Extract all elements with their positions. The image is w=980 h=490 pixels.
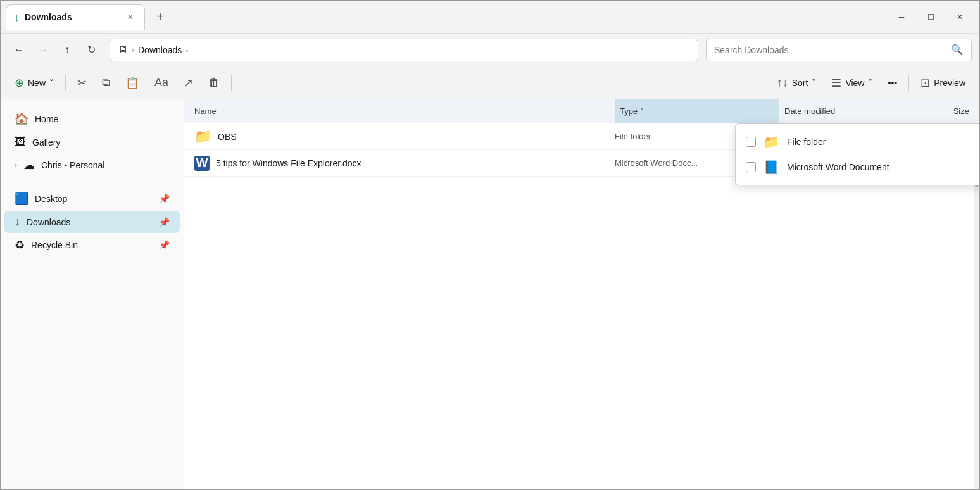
file-header: Name ↑ Type ˅ Date modified Size (184, 99, 979, 123)
checkbox-folder[interactable] (746, 137, 756, 147)
sidebar-item-recyclebin[interactable]: ♻ Recycle Bin 📌 (4, 234, 180, 256)
sidebar: 🏠 Home 🖼 Gallery › ☁ Chris - Personal 🟦 … (1, 99, 184, 490)
rename-button[interactable]: Aa (148, 72, 175, 94)
sidebar-label-chris: Chris - Personal (41, 160, 170, 170)
search-bar[interactable]: 🔍 (706, 39, 972, 61)
sidebar-label-home: Home (35, 114, 170, 124)
toolbar: ⊕ New ˅ ✂ ⧉ 📋 Aa ↗ 🗑 ↑↓ Sort ˅ ☰ View ˅ … (1, 66, 979, 99)
recyclebin-pin-icon: 📌 (159, 240, 170, 250)
dropdown-label-word: Microsoft Word Document (787, 162, 889, 172)
dropdown-item-word[interactable]: 📘 Microsoft Word Document (736, 154, 979, 180)
maximize-button[interactable]: ☐ (916, 7, 945, 27)
col-type-header[interactable]: Type ˅ (615, 99, 779, 123)
file-area: Name ↑ Type ˅ Date modified Size 📁 OBS F… (184, 99, 979, 490)
tab-icon: ↓ (14, 11, 20, 24)
sort-button[interactable]: ↑↓ Sort ˅ (770, 72, 823, 94)
rename-icon: Aa (154, 76, 168, 89)
dropdown-label-folder: File folder (787, 137, 826, 147)
col-size-header[interactable]: Size (919, 106, 969, 116)
toolbar-separator-2 (231, 75, 232, 91)
file-name-docx: 5 tips for Windows File Explorer.docx (216, 158, 615, 168)
name-sort-icon: ↑ (222, 108, 225, 115)
paste-icon: 📋 (125, 76, 139, 90)
preview-icon: ⊡ (920, 76, 930, 90)
desktop-pin-icon: 📌 (159, 194, 170, 204)
preview-button[interactable]: ⊡ Preview (914, 72, 972, 94)
search-icon[interactable]: 🔍 (951, 44, 964, 56)
sidebar-item-home[interactable]: 🏠 Home (4, 108, 180, 130)
new-label: New (28, 78, 46, 88)
share-icon: ↗ (184, 76, 193, 90)
col-name-header[interactable]: Name ↑ (194, 106, 615, 116)
type-sort-chevron: ˅ (640, 107, 644, 115)
view-chevron: ˅ (868, 78, 872, 88)
type-filter-dropdown[interactable]: 📁 File folder 📘 Microsoft Word Document (735, 123, 979, 185)
close-tab-button[interactable]: ✕ (124, 11, 137, 23)
recyclebin-icon: ♻ (15, 238, 25, 252)
sidebar-item-downloads[interactable]: ↓ Downloads 📌 (4, 211, 180, 233)
word-filter-icon: 📘 (763, 160, 779, 175)
cut-button[interactable]: ✂ (71, 72, 93, 94)
desktop-icon: 🟦 (15, 192, 28, 206)
toolbar-separator-1 (65, 75, 66, 91)
search-input[interactable] (714, 45, 946, 55)
title-bar: ↓ Downloads ✕ + ─ ☐ ✕ (1, 1, 979, 34)
sidebar-item-chris[interactable]: › ☁ Chris - Personal (4, 154, 180, 177)
preview-label: Preview (934, 78, 965, 88)
address-chevron-2: › (185, 46, 188, 54)
checkbox-word[interactable] (746, 162, 756, 172)
folder-icon-obs: 📁 (194, 129, 211, 145)
share-button[interactable]: ↗ (177, 72, 199, 94)
word-icon-docx: W (194, 156, 210, 171)
col-date-header[interactable]: Date modified (779, 106, 919, 116)
new-icon: ⊕ (15, 76, 24, 90)
tab-title: Downloads (25, 12, 72, 22)
minimize-button[interactable]: ─ (887, 7, 916, 27)
cut-icon: ✂ (77, 76, 87, 90)
up-button[interactable]: ↑ (56, 39, 78, 61)
sidebar-item-desktop[interactable]: 🟦 Desktop 📌 (4, 187, 180, 210)
back-button[interactable]: ← (8, 39, 30, 61)
sidebar-item-gallery[interactable]: 🖼 Gallery (4, 131, 180, 153)
downloads-sidebar-icon: ↓ (15, 215, 20, 229)
sort-chevron: ˅ (812, 78, 816, 88)
close-window-button[interactable]: ✕ (945, 7, 974, 27)
address-segment-downloads: Downloads (138, 45, 182, 55)
col-name-label: Name (194, 106, 217, 116)
refresh-button[interactable]: ↻ (80, 39, 102, 61)
paste-button[interactable]: 📋 (119, 72, 146, 94)
col-size-label: Size (953, 106, 969, 116)
sidebar-label-gallery: Gallery (32, 137, 170, 148)
home-icon: 🏠 (15, 112, 28, 126)
folder-filter-icon: 📁 (763, 134, 779, 149)
sidebar-label-downloads: Downloads (27, 217, 153, 227)
active-tab[interactable]: ↓ Downloads ✕ (6, 4, 145, 30)
new-chevron: ˅ (49, 78, 54, 88)
new-tab-button[interactable]: + (150, 7, 170, 27)
computer-icon: 🖥 (118, 44, 128, 56)
col-type-label: Type (620, 106, 638, 116)
view-button[interactable]: ☰ View ˅ (825, 72, 879, 94)
sort-icon: ↑↓ (777, 76, 788, 89)
view-label: View (845, 78, 864, 88)
cloud-icon: ☁ (23, 158, 35, 172)
view-icon: ☰ (831, 76, 841, 90)
forward-button[interactable]: → (32, 39, 54, 61)
more-icon: ••• (888, 78, 897, 88)
dropdown-item-folder[interactable]: 📁 File folder (736, 129, 979, 154)
delete-icon: 🗑 (208, 76, 220, 89)
file-name-obs: OBS (218, 132, 615, 142)
sidebar-separator (11, 182, 173, 182)
address-bar[interactable]: 🖥 › Downloads › (110, 39, 698, 61)
sort-label: Sort (792, 78, 808, 88)
col-date-label: Date modified (784, 106, 835, 116)
copy-button[interactable]: ⧉ (96, 72, 116, 94)
sidebar-label-recyclebin: Recycle Bin (31, 240, 153, 250)
main-content: 🏠 Home 🖼 Gallery › ☁ Chris - Personal 🟦 … (1, 99, 979, 490)
toolbar-right: ↑↓ Sort ˅ ☰ View ˅ ••• ⊡ Preview (770, 72, 972, 94)
new-button[interactable]: ⊕ New ˅ (8, 72, 60, 94)
delete-button[interactable]: 🗑 (202, 72, 226, 94)
nav-bar: ← → ↑ ↻ 🖥 › Downloads › 🔍 (1, 34, 979, 66)
gallery-icon: 🖼 (15, 135, 26, 149)
more-button[interactable]: ••• (881, 72, 903, 94)
